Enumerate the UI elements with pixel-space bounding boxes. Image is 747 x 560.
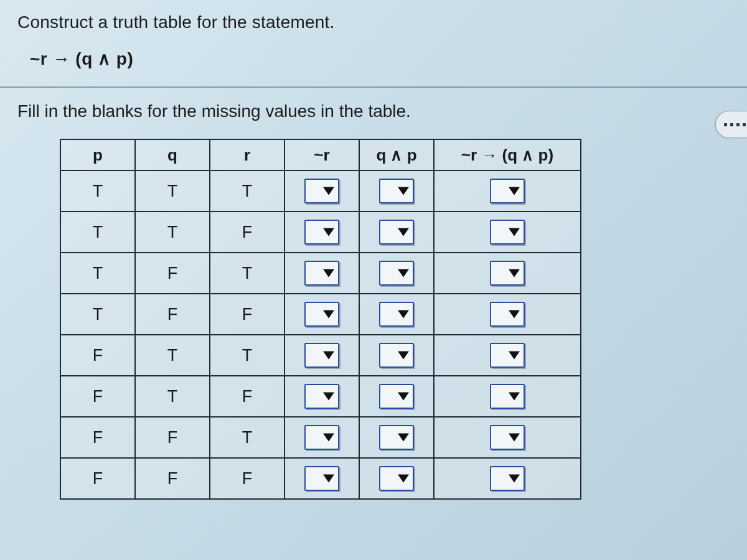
dropdown-q-and-p[interactable]: TF — [379, 384, 414, 409]
table-row: TFFTFTFTF — [60, 294, 581, 335]
dropdown-implication[interactable]: TF — [490, 466, 525, 491]
cell-q-and-p: TF — [359, 458, 434, 499]
section-divider — [0, 86, 747, 88]
dropdown-implication[interactable]: TF — [490, 425, 525, 450]
value-q: F — [167, 264, 178, 282]
cell-q-and-p: TF — [359, 294, 434, 335]
dropdown-implication[interactable]: TF — [490, 343, 525, 368]
dropdown-not-r[interactable]: TF — [304, 425, 339, 450]
dropdown-wrap: TF — [379, 384, 414, 409]
dropdown-wrap: TF — [304, 261, 339, 286]
cell-q: T — [135, 170, 210, 212]
dropdown-wrap: TF — [490, 179, 525, 203]
dropdown-implication[interactable]: TF — [490, 302, 525, 327]
cell-q: F — [135, 417, 210, 458]
cell-q: T — [135, 376, 210, 417]
value-q: F — [167, 305, 178, 324]
dropdown-wrap: TF — [379, 179, 414, 203]
instruction-text: Fill in the blanks for the missing value… — [17, 101, 730, 121]
dropdown-wrap: TF — [379, 220, 414, 245]
header-p: p — [60, 139, 135, 170]
value-p: F — [93, 346, 103, 365]
table-header-row: p q r ~r q ∧ p ~r → (q ∧ p) — [60, 139, 581, 170]
dropdown-implication[interactable]: TF — [490, 179, 525, 203]
cell-implication: TF — [434, 458, 581, 499]
dropdown-q-and-p[interactable]: TF — [379, 220, 414, 245]
cell-not-r: TF — [284, 170, 359, 212]
dropdown-q-and-p[interactable]: TF — [379, 343, 414, 368]
dropdown-wrap: TF — [304, 343, 339, 368]
cell-q-and-p: TF — [359, 170, 434, 212]
dropdown-wrap: TF — [490, 343, 525, 368]
header-q: q — [135, 139, 210, 170]
cell-not-r: TF — [284, 417, 359, 458]
cell-p: F — [60, 458, 135, 499]
cell-p: F — [60, 335, 135, 376]
dropdown-wrap: TF — [379, 466, 414, 491]
dropdown-not-r[interactable]: TF — [304, 466, 339, 491]
value-r: F — [242, 305, 253, 324]
logic-expression: ~r → (q ∧ p) — [17, 41, 730, 86]
dropdown-not-r[interactable]: TF — [304, 384, 339, 409]
cell-q: F — [135, 458, 210, 499]
cell-implication: TF — [434, 335, 581, 376]
more-options-tab[interactable] — [715, 111, 747, 138]
cell-p: T — [60, 170, 135, 212]
cell-q: F — [135, 294, 210, 335]
value-p: F — [93, 428, 103, 447]
cell-q: T — [135, 335, 210, 376]
dropdown-not-r[interactable]: TF — [304, 261, 339, 286]
dropdown-q-and-p[interactable]: TF — [379, 302, 414, 327]
value-q: T — [167, 182, 178, 200]
cell-not-r: TF — [284, 376, 359, 417]
dropdown-q-and-p[interactable]: TF — [379, 466, 414, 491]
table-row: FFTTFTFTF — [60, 417, 581, 458]
table-body: TTTTFTFTFTTFTFTFTFTFTTFTFTFTFFTFTFTFFTTT… — [60, 170, 581, 499]
dropdown-q-and-p[interactable]: TF — [379, 179, 414, 203]
cell-r: T — [210, 253, 284, 294]
dropdown-not-r[interactable]: TF — [304, 220, 339, 245]
cell-not-r: TF — [284, 253, 359, 294]
dropdown-wrap: TF — [490, 425, 525, 450]
dropdown-implication[interactable]: TF — [490, 261, 525, 286]
dropdown-not-r[interactable]: TF — [304, 302, 339, 327]
value-p: T — [93, 223, 103, 241]
cell-p: T — [60, 253, 135, 294]
cell-p: F — [60, 417, 135, 458]
cell-q: F — [135, 253, 210, 294]
cell-r: F — [210, 458, 284, 499]
dropdown-wrap: TF — [490, 302, 525, 327]
cell-implication: TF — [434, 417, 581, 458]
dropdown-implication[interactable]: TF — [490, 220, 525, 245]
dropdown-wrap: TF — [490, 220, 525, 245]
dropdown-q-and-p[interactable]: TF — [379, 425, 414, 450]
dropdown-wrap: TF — [490, 466, 525, 491]
value-p: F — [93, 387, 103, 406]
dropdown-wrap: TF — [490, 384, 525, 409]
cell-r: F — [210, 376, 284, 417]
value-r: F — [242, 387, 253, 406]
cell-not-r: TF — [284, 212, 359, 253]
cell-r: T — [210, 170, 284, 212]
value-q: F — [167, 469, 178, 488]
cell-p: T — [60, 212, 135, 253]
value-r: T — [242, 346, 253, 365]
dropdown-not-r[interactable]: TF — [304, 179, 339, 203]
cell-r: F — [210, 294, 284, 335]
cell-implication: TF — [434, 376, 581, 417]
dropdown-implication[interactable]: TF — [490, 384, 525, 409]
value-r: F — [242, 469, 253, 488]
value-p: T — [93, 264, 103, 282]
dropdown-not-r[interactable]: TF — [304, 343, 339, 368]
value-q: T — [167, 223, 178, 241]
dropdown-wrap: TF — [379, 302, 414, 327]
cell-p: F — [60, 376, 135, 417]
cell-not-r: TF — [284, 294, 359, 335]
cell-q-and-p: TF — [359, 376, 434, 417]
cell-implication: TF — [434, 294, 581, 335]
dropdown-wrap: TF — [379, 343, 414, 368]
dropdown-q-and-p[interactable]: TF — [379, 261, 414, 286]
truth-table: p q r ~r q ∧ p ~r → (q ∧ p) TTTTFTFTFTTF… — [60, 139, 581, 500]
table-row: FFFTFTFTF — [60, 458, 581, 499]
value-p: F — [93, 469, 103, 488]
